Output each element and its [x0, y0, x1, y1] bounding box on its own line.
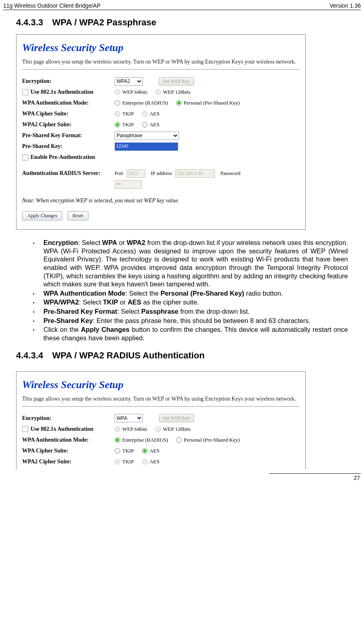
wep128-label: WEP 128bits [163, 89, 191, 95]
screenshot-wpa-radius: Wireless Security Setup This page allows… [16, 371, 306, 469]
wpa2-aes-label: AES [150, 121, 160, 128]
enable-preauth-checkbox[interactable] [22, 154, 28, 160]
section-number: 4.4.3.3 [16, 17, 43, 28]
personal-radio[interactable] [176, 100, 182, 106]
psk-format-label: Pre-Shared Key Format: [22, 132, 115, 139]
wpa-cipher-label: WPA Cipher Suite: [22, 111, 115, 117]
wpa2-aes-label-2: AES [150, 459, 160, 465]
wpa-aes-label-2: AES [150, 448, 160, 454]
wpa-auth-mode-label-2: WPA Authentication Mode: [22, 437, 115, 443]
bullet-wpa-auth-mode: WPA Authentication Mode: Select the Pers… [43, 289, 348, 298]
section-heading-2: 4.4.3.4 WPA / WPA2 RADIUS Authentication [16, 350, 348, 361]
wpa2-aes-radio[interactable] [142, 122, 148, 128]
page-number: 27 [0, 474, 364, 483]
encryption-select-2[interactable]: WPA [115, 414, 143, 422]
bullet-apply: Click on the Apply Changes button to con… [43, 325, 348, 342]
radius-server-label: Authentication RADIUS Server: [22, 170, 115, 177]
setup-title: Wireless Security Setup [22, 42, 300, 54]
enterprise-label: Enterprise (RADIUS) [122, 100, 168, 106]
personal-label-2: Personal (Pre-Shared Key) [184, 437, 240, 443]
encryption-label-2: Encryption: [22, 415, 115, 422]
screenshot-wpa-passphrase: Wireless Security Setup This page allows… [16, 34, 306, 230]
encryption-select[interactable]: WPA2 [115, 77, 143, 86]
wep-note: Note: When encryption WEP is selected, y… [22, 197, 300, 204]
wpa-tkip-label-2: TKIP [122, 448, 134, 454]
set-wep-key-button: Set WEP Key [159, 77, 194, 86]
wpa-tkip-label: TKIP [122, 111, 134, 117]
apply-changes-button[interactable]: Apply Changes [22, 211, 62, 220]
header-right: Version 1.36 [329, 2, 361, 9]
section-heading-1: 4.4.3.3 WPA / WPA2 Passphrase [16, 17, 348, 28]
wpa2-tkip-label: TKIP [122, 121, 134, 128]
wpa2-cipher-label: WPA2 Cipher Suite: [22, 121, 115, 128]
wep64-label-2: WEP 64bits [122, 426, 147, 432]
wpa-aes-label: AES [150, 111, 160, 117]
encryption-label: Encryption: [22, 78, 115, 84]
reset-button[interactable]: Reset [67, 211, 88, 220]
wep128-radio-2 [155, 426, 161, 432]
wep128-radio [155, 89, 161, 95]
radius-pwd-input [115, 180, 142, 189]
enterprise-radio-2[interactable] [115, 437, 120, 443]
enable-preauth-label: Enable Pre-Authentication [31, 154, 95, 160]
enterprise-label-2: Enterprise (RADIUS) [122, 437, 168, 443]
enterprise-radio[interactable] [115, 100, 120, 106]
wpa-aes-radio [142, 111, 148, 117]
set-wep-key-button-2: Set WEP Key [159, 414, 194, 422]
setup-title-2: Wireless Security Setup [22, 379, 300, 391]
wpa-cipher-label-2: WPA Cipher Suite: [22, 448, 115, 454]
wpa2-tkip-radio[interactable] [115, 122, 120, 128]
use-8021x-label-2: Use 802.1x Authentication [31, 426, 93, 432]
bullet-wpa-wpa2: WPA/WPA2: Select TKIP or AES as the ciph… [43, 298, 348, 306]
header-left: 11g Wireless Outdoor Client Bridge/AP [3, 2, 101, 9]
wpa-tkip-radio-2[interactable] [115, 448, 120, 454]
use-8021x-label: Use 802.1x Authentication [31, 89, 93, 95]
divider [22, 69, 300, 70]
personal-label: Personal (Pre-Shared Key) [184, 100, 240, 106]
use-8021x-checkbox-2[interactable] [22, 426, 28, 432]
section-title-2: WPA / WPA2 RADIUS Authentication [52, 350, 205, 361]
psk-format-select[interactable]: Passphrase [115, 132, 179, 140]
radius-ip-label: IP address [151, 170, 172, 177]
section-number-2: 4.4.3.4 [16, 350, 43, 361]
divider-2 [22, 406, 300, 407]
radius-pwd-label: Password [220, 170, 241, 177]
wep64-label: WEP 64bits [122, 89, 147, 95]
use-8021x-checkbox[interactable] [22, 89, 28, 95]
personal-radio-2[interactable] [176, 437, 182, 443]
radius-port-input [127, 169, 145, 178]
wpa2-aes-radio-2 [142, 459, 148, 465]
psk-key-input[interactable]: 12345 [115, 142, 178, 151]
section-title: WPA / WPA2 Passphrase [52, 17, 156, 28]
wpa2-tkip-radio-2 [115, 459, 120, 465]
header-rule [3, 10, 361, 10]
wpa2-cipher-label-2: WPA2 Cipher Suite: [22, 459, 115, 465]
wpa-auth-mode-label: WPA Authentication Mode: [22, 100, 115, 106]
bullet-psk-format: Pre-Shared Key Format: Select Passphrase… [43, 307, 348, 316]
setup-description: This page allows you setup the wireless … [22, 59, 300, 65]
bullet-psk-key: Pre-Shared Key: Enter the pass phrase he… [43, 317, 348, 325]
psk-key-label: Pre-Shared Key: [22, 143, 115, 150]
wep64-radio [115, 89, 120, 95]
bullet-encryption: Encryption: Select WPA or WPA2 from the … [43, 239, 348, 288]
setup-description-2: This page allows you setup the wireless … [22, 396, 300, 402]
radius-port-label: Port [115, 170, 123, 177]
wep128-label-2: WEP 128bits [163, 426, 191, 432]
radius-ip-input [175, 169, 215, 178]
wpa-aes-radio-2[interactable] [142, 448, 148, 454]
wep64-radio-2 [115, 426, 120, 432]
wpa2-tkip-label-2: TKIP [122, 459, 134, 465]
bullet-list: Encryption: Select WPA or WPA2 from the … [16, 239, 348, 342]
wpa-tkip-radio [115, 111, 120, 117]
